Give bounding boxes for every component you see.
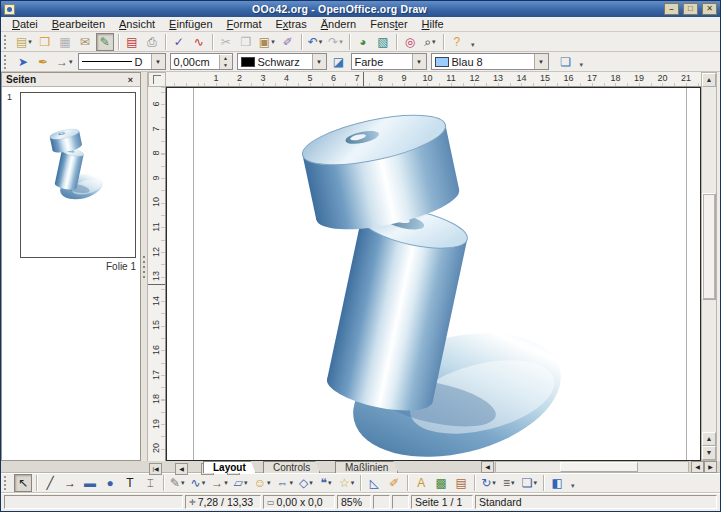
panel-splitter[interactable] [141,72,148,461]
stars-dropdown-arrow[interactable]: ▾ [351,479,355,487]
redo-dropdown-arrow[interactable]: ▾ [339,38,343,46]
vertical-scrollbar-thumb[interactable] [702,193,716,300]
menu-einfuegen[interactable]: Einfügen [162,17,219,32]
arrow-style-dropdown-arrow[interactable]: ▾ [69,58,73,66]
print-button[interactable]: ⎙ [143,33,161,51]
alignment-dropdown-arrow[interactable]: ▾ [511,479,515,487]
close-button[interactable]: ✕ [702,3,717,15]
line-width-field[interactable]: 0,00cm ▲ ▼ [170,53,233,70]
basic-shapes-button[interactable]: ▱▾ [232,474,250,492]
status-template-cell[interactable]: Standard [475,495,717,509]
line-style-combo[interactable]: D ▼ [78,53,166,70]
tab-scroll-left-button[interactable]: ◀ [481,461,494,473]
scroll-left-button[interactable]: ◀ [691,461,704,473]
menu-ansicht[interactable]: Ansicht [112,17,162,32]
zoom-dropdown-arrow[interactable]: ▾ [432,38,436,46]
first-page-button[interactable]: |◀ [149,463,162,475]
toolbar-grip[interactable] [4,35,10,49]
new-document-dropdown-arrow[interactable]: ▾ [28,38,32,46]
fill-color-dropdown-arrow[interactable]: ▼ [534,54,548,69]
status-position-cell[interactable]: ✛ 7,28 / 13,33 [185,495,261,509]
navigator-button[interactable]: ◎ [401,33,419,51]
scroll-up-button[interactable]: ▲ [702,73,716,87]
block-arrows-button[interactable]: ⇔▾ [274,474,295,492]
menu-fenster[interactable]: Fenster [363,17,414,32]
extrusion-button[interactable]: ◧ [548,474,566,492]
text-button[interactable]: T [121,474,139,492]
zoom-button[interactable]: ⌕▾ [421,33,439,51]
arrow-style-button[interactable]: →▾ [54,53,75,71]
title-bar[interactable]: OOo42.org - OpenOffice.org Draw – □ ✕ [1,1,720,17]
fill-color-combo[interactable]: Blau 8 ▼ [431,53,549,70]
glue-points-button[interactable]: ✐ [385,474,403,492]
status-size-cell[interactable]: ▭ 0,00 x 0,0 [263,495,335,509]
fontwork-button[interactable]: A [412,474,430,492]
line-width-increase-button[interactable]: ▲ [220,55,232,62]
page-thumbnail[interactable] [20,92,136,258]
basic-shapes-dropdown-arrow[interactable]: ▾ [244,479,248,487]
line-width-decrease-button[interactable]: ▼ [220,62,232,69]
horizontal-scrollbar-thumb[interactable] [560,462,638,472]
toolbar-grip[interactable] [4,55,10,69]
stars-button[interactable]: ☆▾ [337,474,356,492]
line-width-value[interactable]: 0,00cm [171,56,219,68]
from-file-button[interactable]: ▩ [432,474,450,492]
line-style-dropdown-arrow[interactable]: ▼ [151,54,165,69]
spellcheck-button[interactable]: ✓ [170,33,188,51]
menu-extras[interactable]: Extras [268,17,313,32]
callouts-dropdown-arrow[interactable]: ▾ [328,479,332,487]
shadow-toggle-button[interactable]: ❏ [557,53,575,71]
minimize-button[interactable]: – [664,3,679,15]
menu-hilfe[interactable]: Hilfe [415,17,451,32]
text-frame-button[interactable]: ⌶ [141,474,159,492]
horizontal-ruler[interactable]: 123456789101112131415161718192021 [166,72,701,87]
symbol-shapes-dropdown-arrow[interactable]: ▾ [267,479,271,487]
toolbar-overflow-button[interactable]: ▾ [580,61,584,71]
toolbar-grip[interactable] [4,476,10,490]
flowchart-button[interactable]: ◇▾ [297,474,315,492]
arrange-button[interactable]: ❏▾ [520,474,539,492]
new-document-button[interactable]: ▤▾ [14,33,34,51]
menu-format[interactable]: Format [220,17,269,32]
vertical-scrollbar[interactable]: ▲ ▲ ▼ [701,72,717,461]
drawing-canvas[interactable] [166,87,701,461]
connector-dropdown-arrow[interactable]: ▾ [202,479,206,487]
paste-dropdown-arrow[interactable]: ▾ [271,38,275,46]
edit-points-mode-button[interactable]: ➤ [14,53,32,71]
open-folder-button[interactable]: ❒ [36,33,54,51]
line-color-combo[interactable]: Schwarz ▼ [237,53,327,70]
gallery-button[interactable]: ▧ [374,33,392,51]
help-button[interactable]: ? [448,33,466,51]
export-pdf-button[interactable]: ▤ [123,33,141,51]
connector-button[interactable]: ∿▾ [189,474,208,492]
auto-spellcheck-button[interactable]: ∿ [190,33,208,51]
area-dialog-button[interactable]: ◪ [330,53,348,71]
chart-button[interactable]: ◕ [354,33,372,51]
rectangle-button[interactable]: ▬ [81,474,99,492]
horizontal-scrollbar[interactable] [495,461,689,473]
symbol-shapes-button[interactable]: ☺▾ [252,474,273,492]
curve-button[interactable]: ✎▾ [168,474,187,492]
arrange-dropdown-arrow[interactable]: ▾ [534,479,538,487]
lines-and-arrows-dropdown-arrow[interactable]: ▾ [224,479,228,487]
rotate-button[interactable]: ↻▾ [479,474,498,492]
scroll-down-button[interactable]: ▼ [702,446,716,460]
arrow-button[interactable]: → [61,474,79,492]
undo-button[interactable]: ↶▾ [306,33,325,51]
scroll-up-button-bottom[interactable]: ▲ [702,432,716,446]
document-as-email-button[interactable]: ✉ [76,33,94,51]
callouts-button[interactable]: ❝▾ [317,474,335,492]
pages-panel-header[interactable]: Seiten × [2,73,140,87]
status-page-cell[interactable]: Seite 1 / 1 [411,495,473,509]
rotate-dropdown-arrow[interactable]: ▾ [492,479,496,487]
line-color-dropdown-arrow[interactable]: ▼ [312,54,326,69]
fill-type-dropdown-arrow[interactable]: ▼ [412,54,426,69]
lines-and-arrows-button[interactable]: →▾ [209,474,230,492]
format-paintbrush-button[interactable]: ✐ [279,33,297,51]
alignment-button[interactable]: ≡▾ [500,474,518,492]
menu-aendern[interactable]: Ändern [314,17,364,32]
ellipse-button[interactable]: ● [101,474,119,492]
gallery-drawing-button[interactable]: ▤ [452,474,470,492]
maximize-button[interactable]: □ [683,3,698,15]
tab-layout[interactable]: Layout [203,461,256,473]
